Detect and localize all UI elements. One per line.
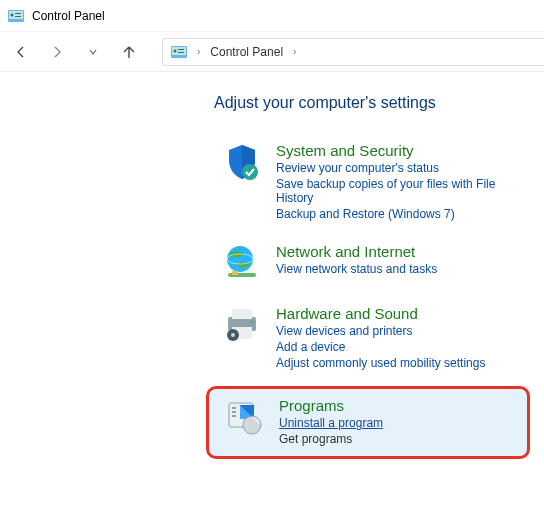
svg-rect-16 [232, 309, 252, 319]
category-body: Network and Internet View network status… [276, 243, 437, 276]
address-bar[interactable]: › Control Panel › [162, 38, 544, 66]
printer-icon [222, 305, 262, 345]
svg-rect-8 [178, 49, 184, 50]
category-body: Programs Uninstall a program Get program… [279, 397, 383, 446]
svg-rect-3 [15, 13, 21, 14]
svg-point-18 [251, 321, 254, 324]
category-title[interactable]: Network and Internet [276, 243, 437, 260]
link-devices-printers[interactable]: View devices and printers [276, 324, 485, 338]
breadcrumb-control-panel[interactable]: Control Panel [210, 45, 283, 59]
category-network-internet: Network and Internet View network status… [214, 237, 524, 293]
content-area: Adjust your computer's settings System a… [0, 72, 544, 459]
svg-point-2 [11, 13, 14, 16]
svg-rect-24 [232, 415, 236, 417]
link-backup-restore[interactable]: Backup and Restore (Windows 7) [276, 207, 516, 221]
shield-icon [222, 142, 262, 182]
category-hardware-sound: Hardware and Sound View devices and prin… [214, 299, 524, 380]
nav-row: › Control Panel › [0, 32, 544, 72]
control-panel-icon [171, 44, 187, 60]
back-button[interactable] [12, 43, 30, 61]
category-body: System and Security Review your computer… [276, 142, 516, 221]
link-mobility[interactable]: Adjust commonly used mobility settings [276, 356, 485, 370]
titlebar: Control Panel [0, 0, 544, 32]
control-panel-icon [8, 8, 24, 24]
window: Control Panel › Control Panel › Adjust y… [0, 0, 544, 508]
svg-point-7 [174, 49, 177, 52]
up-button[interactable] [120, 43, 138, 61]
window-title: Control Panel [32, 9, 105, 23]
programs-icon [225, 397, 265, 437]
svg-point-20 [231, 333, 235, 337]
svg-rect-23 [232, 411, 236, 413]
category-title[interactable]: Programs [279, 397, 383, 414]
link-review-status[interactable]: Review your computer's status [276, 161, 516, 175]
category-title[interactable]: System and Security [276, 142, 516, 159]
svg-point-10 [242, 164, 258, 180]
svg-rect-22 [232, 407, 236, 409]
svg-point-11 [227, 246, 253, 272]
link-add-device[interactable]: Add a device [276, 340, 485, 354]
link-get-programs[interactable]: Get programs [279, 432, 383, 446]
forward-button[interactable] [48, 43, 66, 61]
category-programs: Programs Uninstall a program Get program… [206, 386, 530, 459]
globe-icon [222, 243, 262, 283]
category-title[interactable]: Hardware and Sound [276, 305, 485, 322]
chevron-right-icon: › [197, 46, 200, 57]
link-file-history[interactable]: Save backup copies of your files with Fi… [276, 177, 516, 205]
svg-rect-9 [178, 52, 184, 53]
svg-rect-4 [15, 16, 21, 17]
category-system-security: System and Security Review your computer… [214, 136, 524, 231]
svg-rect-14 [232, 271, 238, 275]
recent-dropdown[interactable] [84, 43, 102, 61]
link-network-status[interactable]: View network status and tasks [276, 262, 437, 276]
category-body: Hardware and Sound View devices and prin… [276, 305, 485, 370]
page-title: Adjust your computer's settings [214, 94, 544, 112]
chevron-right-icon: › [293, 46, 296, 57]
link-uninstall-program[interactable]: Uninstall a program [279, 416, 383, 430]
